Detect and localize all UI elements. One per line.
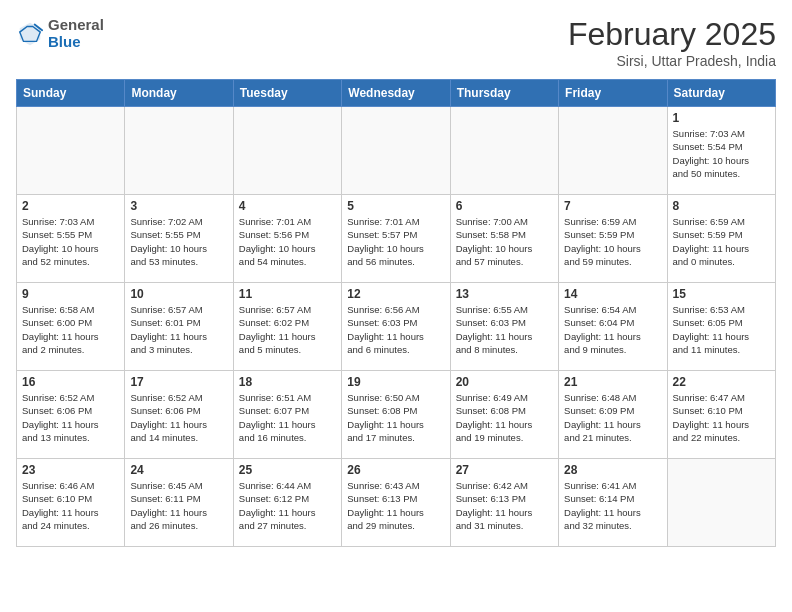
calendar-cell: 2Sunrise: 7:03 AM Sunset: 5:55 PM Daylig… <box>17 195 125 283</box>
weekday-header-saturday: Saturday <box>667 80 775 107</box>
calendar-cell: 18Sunrise: 6:51 AM Sunset: 6:07 PM Dayli… <box>233 371 341 459</box>
calendar-cell: 10Sunrise: 6:57 AM Sunset: 6:01 PM Dayli… <box>125 283 233 371</box>
logo-blue: Blue <box>48 33 104 50</box>
day-number: 7 <box>564 199 661 213</box>
day-number: 9 <box>22 287 119 301</box>
day-number: 25 <box>239 463 336 477</box>
calendar-cell: 17Sunrise: 6:52 AM Sunset: 6:06 PM Dayli… <box>125 371 233 459</box>
calendar-cell <box>559 107 667 195</box>
calendar-cell <box>342 107 450 195</box>
calendar-cell <box>233 107 341 195</box>
weekday-header-sunday: Sunday <box>17 80 125 107</box>
calendar-cell: 23Sunrise: 6:46 AM Sunset: 6:10 PM Dayli… <box>17 459 125 547</box>
calendar-cell: 22Sunrise: 6:47 AM Sunset: 6:10 PM Dayli… <box>667 371 775 459</box>
day-info: Sunrise: 6:44 AM Sunset: 6:12 PM Dayligh… <box>239 479 336 532</box>
weekday-header-thursday: Thursday <box>450 80 558 107</box>
calendar-cell: 25Sunrise: 6:44 AM Sunset: 6:12 PM Dayli… <box>233 459 341 547</box>
day-info: Sunrise: 6:53 AM Sunset: 6:05 PM Dayligh… <box>673 303 770 356</box>
day-number: 14 <box>564 287 661 301</box>
day-number: 28 <box>564 463 661 477</box>
weekday-header-row: SundayMondayTuesdayWednesdayThursdayFrid… <box>17 80 776 107</box>
day-number: 12 <box>347 287 444 301</box>
logo-text: General Blue <box>48 16 104 50</box>
calendar-cell <box>450 107 558 195</box>
weekday-header-tuesday: Tuesday <box>233 80 341 107</box>
day-info: Sunrise: 7:00 AM Sunset: 5:58 PM Dayligh… <box>456 215 553 268</box>
day-number: 22 <box>673 375 770 389</box>
calendar-cell: 7Sunrise: 6:59 AM Sunset: 5:59 PM Daylig… <box>559 195 667 283</box>
week-row-1: 1Sunrise: 7:03 AM Sunset: 5:54 PM Daylig… <box>17 107 776 195</box>
day-info: Sunrise: 7:03 AM Sunset: 5:55 PM Dayligh… <box>22 215 119 268</box>
day-info: Sunrise: 6:58 AM Sunset: 6:00 PM Dayligh… <box>22 303 119 356</box>
calendar-cell: 24Sunrise: 6:45 AM Sunset: 6:11 PM Dayli… <box>125 459 233 547</box>
calendar-cell: 14Sunrise: 6:54 AM Sunset: 6:04 PM Dayli… <box>559 283 667 371</box>
week-row-3: 9Sunrise: 6:58 AM Sunset: 6:00 PM Daylig… <box>17 283 776 371</box>
logo: General Blue <box>16 16 104 50</box>
calendar-cell: 3Sunrise: 7:02 AM Sunset: 5:55 PM Daylig… <box>125 195 233 283</box>
day-number: 26 <box>347 463 444 477</box>
day-number: 10 <box>130 287 227 301</box>
day-info: Sunrise: 6:47 AM Sunset: 6:10 PM Dayligh… <box>673 391 770 444</box>
calendar-cell: 12Sunrise: 6:56 AM Sunset: 6:03 PM Dayli… <box>342 283 450 371</box>
calendar-cell: 28Sunrise: 6:41 AM Sunset: 6:14 PM Dayli… <box>559 459 667 547</box>
calendar-cell: 1Sunrise: 7:03 AM Sunset: 5:54 PM Daylig… <box>667 107 775 195</box>
day-number: 6 <box>456 199 553 213</box>
day-info: Sunrise: 7:02 AM Sunset: 5:55 PM Dayligh… <box>130 215 227 268</box>
day-info: Sunrise: 6:52 AM Sunset: 6:06 PM Dayligh… <box>130 391 227 444</box>
day-info: Sunrise: 6:55 AM Sunset: 6:03 PM Dayligh… <box>456 303 553 356</box>
calendar-cell: 27Sunrise: 6:42 AM Sunset: 6:13 PM Dayli… <box>450 459 558 547</box>
calendar-table: SundayMondayTuesdayWednesdayThursdayFrid… <box>16 79 776 547</box>
calendar-cell <box>17 107 125 195</box>
calendar-cell: 5Sunrise: 7:01 AM Sunset: 5:57 PM Daylig… <box>342 195 450 283</box>
day-info: Sunrise: 7:01 AM Sunset: 5:57 PM Dayligh… <box>347 215 444 268</box>
calendar-cell: 6Sunrise: 7:00 AM Sunset: 5:58 PM Daylig… <box>450 195 558 283</box>
day-number: 3 <box>130 199 227 213</box>
day-info: Sunrise: 6:41 AM Sunset: 6:14 PM Dayligh… <box>564 479 661 532</box>
day-info: Sunrise: 6:48 AM Sunset: 6:09 PM Dayligh… <box>564 391 661 444</box>
day-info: Sunrise: 6:42 AM Sunset: 6:13 PM Dayligh… <box>456 479 553 532</box>
calendar-cell <box>667 459 775 547</box>
day-number: 13 <box>456 287 553 301</box>
title-area: February 2025 Sirsi, Uttar Pradesh, Indi… <box>568 16 776 69</box>
day-info: Sunrise: 6:52 AM Sunset: 6:06 PM Dayligh… <box>22 391 119 444</box>
day-number: 1 <box>673 111 770 125</box>
day-info: Sunrise: 6:45 AM Sunset: 6:11 PM Dayligh… <box>130 479 227 532</box>
day-info: Sunrise: 6:57 AM Sunset: 6:02 PM Dayligh… <box>239 303 336 356</box>
calendar-cell: 15Sunrise: 6:53 AM Sunset: 6:05 PM Dayli… <box>667 283 775 371</box>
day-number: 27 <box>456 463 553 477</box>
day-number: 19 <box>347 375 444 389</box>
day-number: 17 <box>130 375 227 389</box>
day-info: Sunrise: 6:56 AM Sunset: 6:03 PM Dayligh… <box>347 303 444 356</box>
calendar-cell: 16Sunrise: 6:52 AM Sunset: 6:06 PM Dayli… <box>17 371 125 459</box>
weekday-header-friday: Friday <box>559 80 667 107</box>
weekday-header-monday: Monday <box>125 80 233 107</box>
day-info: Sunrise: 6:51 AM Sunset: 6:07 PM Dayligh… <box>239 391 336 444</box>
calendar-cell: 20Sunrise: 6:49 AM Sunset: 6:08 PM Dayli… <box>450 371 558 459</box>
logo-icon <box>16 19 44 47</box>
day-info: Sunrise: 6:49 AM Sunset: 6:08 PM Dayligh… <box>456 391 553 444</box>
day-number: 20 <box>456 375 553 389</box>
day-number: 5 <box>347 199 444 213</box>
location-title: Sirsi, Uttar Pradesh, India <box>568 53 776 69</box>
day-number: 2 <box>22 199 119 213</box>
calendar-cell: 11Sunrise: 6:57 AM Sunset: 6:02 PM Dayli… <box>233 283 341 371</box>
month-title: February 2025 <box>568 16 776 53</box>
day-number: 21 <box>564 375 661 389</box>
calendar-cell: 9Sunrise: 6:58 AM Sunset: 6:00 PM Daylig… <box>17 283 125 371</box>
calendar-cell: 21Sunrise: 6:48 AM Sunset: 6:09 PM Dayli… <box>559 371 667 459</box>
week-row-2: 2Sunrise: 7:03 AM Sunset: 5:55 PM Daylig… <box>17 195 776 283</box>
weekday-header-wednesday: Wednesday <box>342 80 450 107</box>
week-row-4: 16Sunrise: 6:52 AM Sunset: 6:06 PM Dayli… <box>17 371 776 459</box>
day-number: 4 <box>239 199 336 213</box>
day-info: Sunrise: 6:57 AM Sunset: 6:01 PM Dayligh… <box>130 303 227 356</box>
day-info: Sunrise: 6:59 AM Sunset: 5:59 PM Dayligh… <box>564 215 661 268</box>
calendar-cell <box>125 107 233 195</box>
calendar-cell: 13Sunrise: 6:55 AM Sunset: 6:03 PM Dayli… <box>450 283 558 371</box>
day-info: Sunrise: 7:01 AM Sunset: 5:56 PM Dayligh… <box>239 215 336 268</box>
day-info: Sunrise: 7:03 AM Sunset: 5:54 PM Dayligh… <box>673 127 770 180</box>
logo-general: General <box>48 16 104 33</box>
day-info: Sunrise: 6:46 AM Sunset: 6:10 PM Dayligh… <box>22 479 119 532</box>
day-number: 24 <box>130 463 227 477</box>
page-header: General Blue February 2025 Sirsi, Uttar … <box>16 16 776 69</box>
day-info: Sunrise: 6:54 AM Sunset: 6:04 PM Dayligh… <box>564 303 661 356</box>
